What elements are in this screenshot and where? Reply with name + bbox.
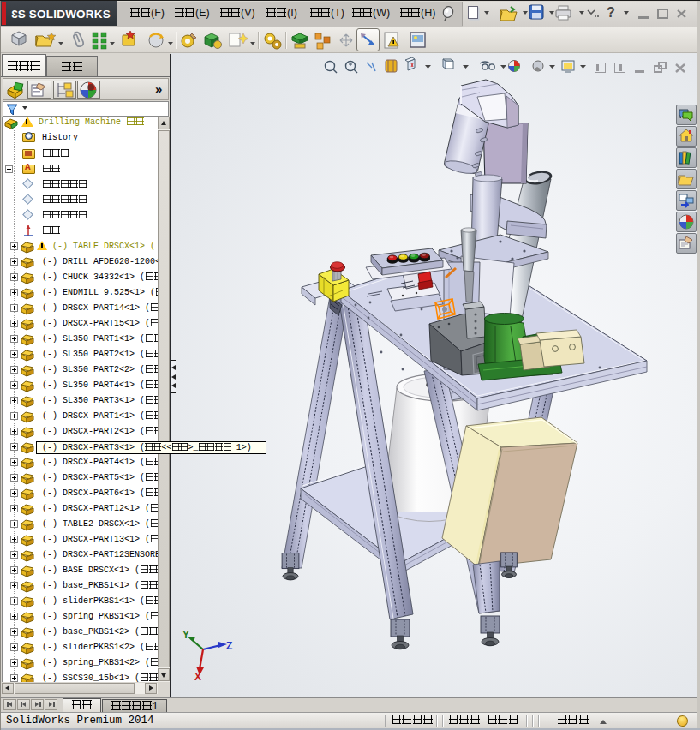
svg-text:Z: Z: [226, 640, 232, 652]
svg-text:Y: Y: [182, 629, 189, 641]
svg-text:X: X: [194, 671, 201, 683]
